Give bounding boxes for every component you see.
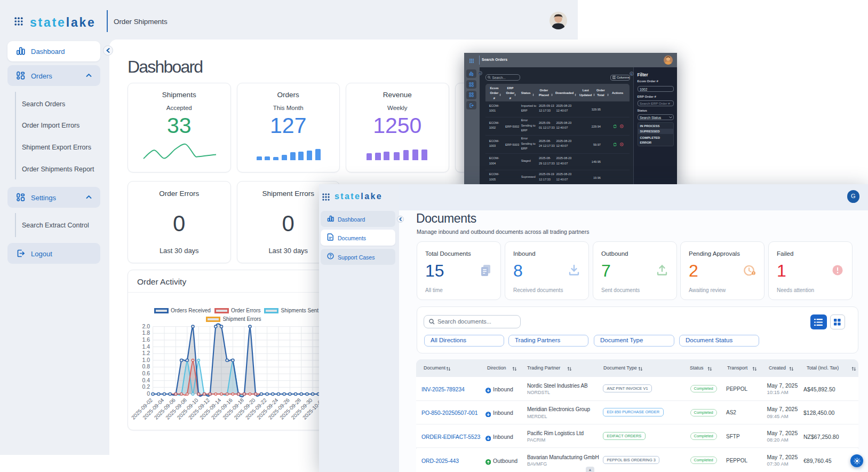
svg-text:1.0: 1.0 bbox=[142, 357, 150, 363]
svg-text:1.4: 1.4 bbox=[142, 343, 150, 350]
svg-text:0.2: 0.2 bbox=[142, 383, 150, 390]
svg-text:0.6: 0.6 bbox=[142, 370, 150, 376]
svg-text:0.4: 0.4 bbox=[142, 377, 150, 383]
svg-text:1.6: 1.6 bbox=[142, 336, 150, 343]
svg-text:1.8: 1.8 bbox=[142, 329, 150, 336]
svg-text:2.0: 2.0 bbox=[142, 323, 150, 329]
svg-text:1.2: 1.2 bbox=[142, 350, 150, 356]
svg-text:0.8: 0.8 bbox=[142, 363, 150, 369]
svg-text:0: 0 bbox=[147, 390, 150, 397]
